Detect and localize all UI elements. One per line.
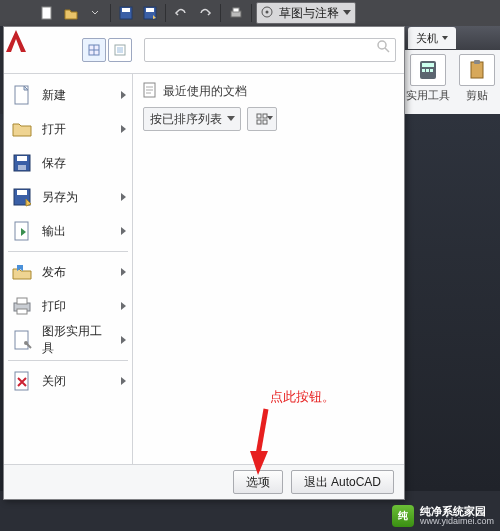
- chevron-right-icon: [121, 302, 126, 310]
- menu-search-input[interactable]: [144, 38, 396, 62]
- separator: [220, 4, 221, 22]
- svg-point-20: [378, 41, 386, 49]
- svg-point-9: [266, 11, 269, 14]
- clipboard-icon: [459, 54, 495, 86]
- annotation-arrow-icon: [250, 405, 276, 475]
- svg-point-33: [24, 341, 28, 345]
- recent-view-button[interactable]: [247, 107, 277, 131]
- svg-line-21: [385, 48, 389, 52]
- quick-access-toolbar: 草图与注释: [0, 0, 500, 26]
- menu-item-print[interactable]: 打印: [4, 289, 132, 323]
- chevron-right-icon: [121, 336, 126, 344]
- ribbon-fragment: 关机 实用工具 剪贴: [403, 26, 500, 114]
- chevron-right-icon: [121, 125, 126, 133]
- chevron-down-icon: [343, 10, 351, 15]
- svg-rect-11: [422, 63, 434, 67]
- svg-rect-14: [430, 69, 433, 72]
- ribbon-tab[interactable]: 关机: [408, 27, 456, 49]
- watermark-url: www.yidaimei.com: [420, 517, 494, 526]
- ribbon-item-label: 剪贴: [466, 88, 488, 103]
- svg-rect-1: [42, 7, 51, 19]
- menu-item-saveas[interactable]: 另存为: [4, 180, 132, 214]
- separator: [165, 4, 166, 22]
- new-icon[interactable]: [36, 3, 58, 23]
- svg-rect-31: [17, 309, 27, 314]
- chevron-right-icon: [121, 227, 126, 235]
- export-icon: [10, 219, 34, 243]
- svg-rect-24: [17, 156, 27, 161]
- view-recent-button[interactable]: [82, 38, 106, 62]
- recent-sort-dropdown[interactable]: 按已排序列表: [143, 107, 241, 131]
- menu-item-open[interactable]: 打开: [4, 112, 132, 146]
- view-open-button[interactable]: [108, 38, 132, 62]
- svg-rect-30: [17, 298, 27, 304]
- saveas-icon[interactable]: [139, 3, 161, 23]
- svg-rect-3: [122, 8, 130, 12]
- chevron-right-icon: [121, 91, 126, 99]
- menu-divider: [8, 251, 128, 252]
- recent-doc-icon: [143, 82, 157, 101]
- new-file-icon: [10, 83, 34, 107]
- dwg-util-icon: [10, 328, 34, 352]
- watermark-logo-icon: 纯: [392, 505, 414, 527]
- undo-icon[interactable]: [170, 3, 192, 23]
- appmenu-footer: 选项 退出 AutoCAD: [4, 464, 404, 499]
- calculator-icon: [410, 54, 446, 86]
- chevron-down-icon: [442, 36, 448, 40]
- svg-rect-27: [17, 190, 27, 195]
- open-icon[interactable]: [60, 3, 82, 23]
- gear-icon: [260, 5, 274, 22]
- menu-item-close[interactable]: 关闭: [4, 364, 132, 398]
- svg-marker-0: [6, 30, 26, 52]
- open-arrow-icon[interactable]: [84, 3, 106, 23]
- ribbon-item-paste[interactable]: 剪贴: [453, 54, 500, 103]
- saveas-disk-icon: [10, 185, 34, 209]
- svg-marker-41: [250, 451, 268, 475]
- menu-item-new[interactable]: 新建: [4, 78, 132, 112]
- svg-rect-36: [257, 114, 261, 118]
- recent-header: 最近使用的文档: [163, 83, 247, 100]
- svg-rect-39: [263, 120, 267, 124]
- menu-divider: [8, 360, 128, 361]
- app-logo-A[interactable]: [2, 28, 30, 56]
- workspace-dropdown[interactable]: 草图与注释: [256, 2, 356, 24]
- ribbon-item-util[interactable]: 实用工具: [404, 54, 451, 103]
- svg-rect-19: [117, 47, 123, 53]
- ribbon-item-label: 实用工具: [406, 88, 450, 103]
- print-icon[interactable]: [225, 3, 247, 23]
- chevron-down-icon: [227, 116, 235, 121]
- menu-item-export[interactable]: 输出: [4, 214, 132, 248]
- svg-rect-38: [257, 120, 261, 124]
- application-menu: 新建 打开 保存 另存为 输出 发布: [3, 26, 405, 500]
- publish-icon: [10, 260, 34, 284]
- search-icon: [376, 39, 390, 56]
- annotation-text: 点此按钮。: [270, 388, 335, 406]
- open-folder-icon: [10, 117, 34, 141]
- svg-rect-12: [422, 69, 425, 72]
- redo-icon[interactable]: [194, 3, 216, 23]
- close-file-icon: [10, 369, 34, 393]
- chevron-down-icon: [267, 116, 273, 120]
- chevron-right-icon: [121, 193, 126, 201]
- svg-rect-25: [18, 165, 26, 170]
- save-icon[interactable]: [115, 3, 137, 23]
- menu-item-dwgutil[interactable]: 图形实用工具: [4, 323, 132, 357]
- svg-line-40: [258, 409, 266, 455]
- print-icon: [10, 294, 34, 318]
- watermark: 纯 纯净系统家园 www.yidaimei.com: [392, 505, 494, 527]
- menu-item-publish[interactable]: 发布: [4, 255, 132, 289]
- menu-item-save[interactable]: 保存: [4, 146, 132, 180]
- workspace-label: 草图与注释: [279, 5, 339, 22]
- svg-rect-15: [471, 62, 483, 78]
- svg-rect-32: [15, 331, 28, 349]
- menu-command-list: 新建 打开 保存 另存为 输出 发布: [4, 74, 133, 464]
- svg-rect-5: [146, 8, 154, 12]
- chevron-right-icon: [121, 377, 126, 385]
- ribbon-tabbar: 关机: [404, 26, 500, 50]
- chevron-right-icon: [121, 268, 126, 276]
- separator: [110, 4, 111, 22]
- exit-button[interactable]: 退出 AutoCAD: [291, 470, 394, 494]
- svg-rect-16: [474, 60, 480, 64]
- save-disk-icon: [10, 151, 34, 175]
- svg-rect-7: [233, 8, 239, 12]
